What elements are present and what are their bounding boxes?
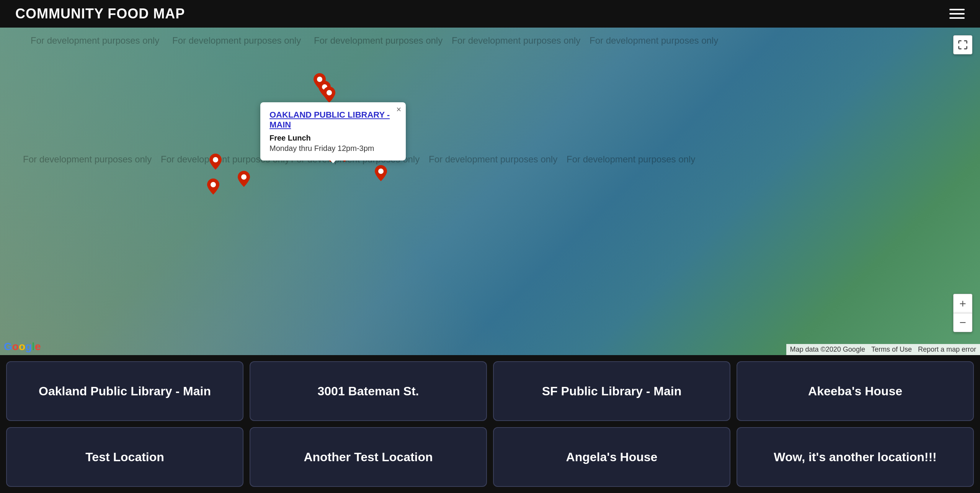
map-zoom-controls: + − <box>953 294 972 332</box>
app-title: COMMUNITY FOOD MAP <box>15 6 185 22</box>
map-container: For development purposes only For develo… <box>0 28 980 355</box>
terms-of-use-link[interactable]: Terms of Use <box>871 346 912 354</box>
map-pin-11[interactable] <box>207 179 219 196</box>
location-button-loc-5[interactable]: Test Location <box>6 427 243 487</box>
location-button-loc-1[interactable]: Oakland Public Library - Main <box>6 361 243 421</box>
svg-point-9 <box>241 174 247 180</box>
zoom-out-button[interactable]: − <box>953 313 972 332</box>
popup-close-button[interactable]: × <box>396 105 401 114</box>
location-button-loc-3[interactable]: SF Public Library - Main <box>493 361 730 421</box>
map-pin-12[interactable] <box>375 165 387 183</box>
map-pin-3[interactable] <box>323 87 335 104</box>
app-header: COMMUNITY FOOD MAP <box>0 0 980 28</box>
svg-point-2 <box>327 90 332 95</box>
map-background[interactable]: For development purposes only For develo… <box>0 28 980 355</box>
map-copyright: Map data ©2020 Google <box>790 346 865 354</box>
map-top-controls <box>953 35 972 54</box>
location-button-loc-7[interactable]: Angela's House <box>493 427 730 487</box>
location-button-loc-6[interactable]: Another Test Location <box>250 427 487 487</box>
popup-location-title[interactable]: OAKLAND PUBLIC LIBRARY - MAIN <box>270 110 397 130</box>
svg-point-10 <box>211 182 216 187</box>
location-grid: Oakland Public Library - Main3001 Batema… <box>0 355 980 493</box>
map-pin-10[interactable] <box>238 171 250 188</box>
map-info-popup: × OAKLAND PUBLIC LIBRARY - MAIN Free Lun… <box>260 102 406 161</box>
popup-food-schedule: Monday thru Friday 12pm-3pm <box>270 144 397 153</box>
zoom-in-button[interactable]: + <box>953 294 972 313</box>
menu-button[interactable] <box>949 9 965 19</box>
location-button-loc-2[interactable]: 3001 Bateman St. <box>250 361 487 421</box>
svg-point-11 <box>378 169 384 174</box>
map-pin-9[interactable] <box>209 154 222 171</box>
fullscreen-button[interactable] <box>953 35 972 54</box>
report-map-error-link[interactable]: Report a map error <box>918 346 976 354</box>
popup-food-name: Free Lunch <box>270 134 397 142</box>
svg-point-8 <box>213 157 218 162</box>
map-info-bar: Map data ©2020 Google Terms of Use Repor… <box>786 344 980 355</box>
location-button-loc-8[interactable]: Wow, it's another location!!! <box>737 427 974 487</box>
location-button-loc-4[interactable]: Akeeba's House <box>737 361 974 421</box>
google-logo: Google <box>4 341 41 353</box>
